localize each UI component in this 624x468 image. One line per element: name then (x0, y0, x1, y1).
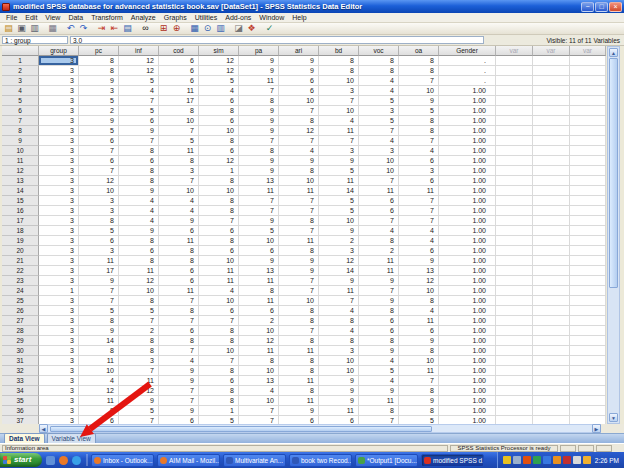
tray-shield-icon[interactable] (503, 456, 511, 464)
value-labels-icon[interactable]: ◪ (233, 23, 244, 34)
cell[interactable]: 9 (399, 336, 439, 346)
column-header-Gender[interactable]: Gender (439, 46, 496, 56)
cell[interactable]: 9 (119, 126, 159, 136)
menu-graphs[interactable]: Graphs (160, 13, 191, 23)
column-header-voc[interactable]: voc (359, 46, 399, 56)
vertical-scrollbar[interactable]: ▲ ▼ (607, 46, 620, 424)
cell[interactable]: 4 (399, 146, 439, 156)
cell[interactable]: 10 (359, 156, 399, 166)
cell[interactable]: 5 (359, 116, 399, 126)
cell[interactable]: . (439, 76, 496, 86)
cell[interactable] (496, 226, 533, 236)
cell-reference-box[interactable]: 1 : group (2, 36, 68, 44)
tray-volume-icon[interactable] (523, 456, 531, 464)
cell[interactable]: 7 (159, 176, 199, 186)
cell[interactable]: 3 (39, 66, 79, 76)
cell[interactable]: 12 (239, 336, 279, 346)
menu-data[interactable]: Data (64, 13, 87, 23)
cell[interactable]: 4 (399, 226, 439, 236)
cell[interactable]: 3 (39, 116, 79, 126)
cell[interactable]: 10 (319, 356, 359, 366)
cell[interactable]: 8 (319, 56, 359, 66)
cell[interactable]: 1.00 (439, 396, 496, 406)
row-number[interactable]: 33 (2, 376, 39, 386)
row-number[interactable]: 31 (2, 356, 39, 366)
cell[interactable] (533, 146, 570, 156)
cell[interactable]: 9 (399, 96, 439, 106)
cell[interactable]: 4 (319, 326, 359, 336)
cell[interactable]: 11 (199, 266, 239, 276)
cell[interactable]: 1.00 (439, 256, 496, 266)
cell[interactable]: 6 (199, 306, 239, 316)
cell[interactable]: 8 (199, 326, 239, 336)
cell[interactable]: 1.00 (439, 246, 496, 256)
column-header-pa[interactable]: pa (239, 46, 279, 56)
cell[interactable] (533, 326, 570, 336)
cell[interactable] (533, 346, 570, 356)
cell[interactable] (496, 416, 533, 424)
cell[interactable] (570, 276, 606, 286)
cell[interactable]: 4 (359, 86, 399, 96)
cell[interactable] (570, 106, 606, 116)
cell[interactable]: 7 (79, 146, 119, 156)
cell[interactable]: 9 (319, 396, 359, 406)
cell[interactable]: 8 (199, 206, 239, 216)
cell[interactable]: 11 (319, 126, 359, 136)
cell[interactable]: 3 (39, 86, 79, 96)
open-file-icon[interactable]: ▤ (3, 23, 14, 34)
cell[interactable]: . (439, 56, 496, 66)
cell[interactable] (570, 416, 606, 424)
cell[interactable]: 11 (399, 186, 439, 196)
cell[interactable] (496, 146, 533, 156)
cell[interactable]: 6 (279, 416, 319, 424)
cell[interactable]: 7 (279, 326, 319, 336)
cell[interactable]: 1.00 (439, 376, 496, 386)
column-header-cod[interactable]: cod (159, 46, 199, 56)
cell[interactable]: 3 (159, 166, 199, 176)
cell[interactable]: 3 (79, 206, 119, 216)
cell[interactable]: 10 (239, 366, 279, 376)
cell[interactable]: 7 (399, 376, 439, 386)
cell[interactable]: 3 (39, 76, 79, 86)
cell[interactable]: 6 (359, 326, 399, 336)
cell[interactable]: 6 (279, 86, 319, 96)
cell[interactable]: 11 (319, 176, 359, 186)
cell[interactable]: 8 (239, 356, 279, 366)
cell[interactable] (570, 246, 606, 256)
menu-analyze[interactable]: Analyze (127, 13, 160, 23)
cell[interactable]: 8 (359, 66, 399, 76)
cell[interactable] (496, 76, 533, 86)
row-number[interactable]: 22 (2, 266, 39, 276)
cell[interactable]: 7 (399, 76, 439, 86)
cell[interactable]: 3 (39, 196, 79, 206)
cell[interactable]: 3 (39, 146, 79, 156)
cell[interactable]: 11 (279, 396, 319, 406)
cell[interactable]: 4 (359, 356, 399, 366)
row-number[interactable]: 8 (2, 126, 39, 136)
cell[interactable]: 1.00 (439, 336, 496, 346)
cell[interactable]: 7 (279, 206, 319, 216)
cell[interactable] (496, 126, 533, 136)
cell[interactable]: 1.00 (439, 186, 496, 196)
cell[interactable] (570, 296, 606, 306)
cell[interactable]: 3 (39, 406, 79, 416)
cell[interactable]: 8 (359, 56, 399, 66)
column-header-var[interactable]: var (570, 46, 606, 56)
cell[interactable]: 3 (39, 246, 79, 256)
menu-help[interactable]: Help (288, 13, 310, 23)
cell[interactable]: 8 (79, 346, 119, 356)
cell[interactable]: 6 (239, 306, 279, 316)
scroll-down-icon[interactable]: ▼ (609, 413, 618, 422)
cell[interactable]: 9 (279, 66, 319, 76)
cell[interactable]: 8 (399, 406, 439, 416)
cell[interactable]: 11 (239, 346, 279, 356)
cell[interactable]: 4 (79, 376, 119, 386)
cell-editor-input[interactable]: 3.0 (70, 36, 484, 44)
cell[interactable]: 8 (119, 176, 159, 186)
cell[interactable]: 1.00 (439, 306, 496, 316)
cell[interactable]: 4 (239, 386, 279, 396)
cell[interactable]: 5 (159, 136, 199, 146)
cell[interactable]: 7 (159, 316, 199, 326)
cell[interactable]: 7 (79, 166, 119, 176)
cell[interactable]: 4 (159, 196, 199, 206)
